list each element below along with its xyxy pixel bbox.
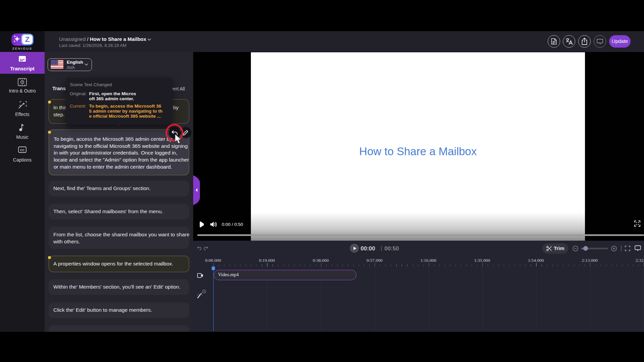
svg-text:CC: CC <box>20 148 25 152</box>
